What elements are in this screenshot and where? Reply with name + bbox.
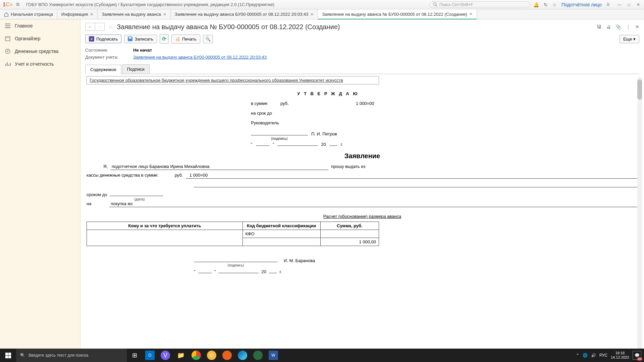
magnifier-icon: 🔍 (205, 37, 211, 42)
user-label[interactable]: Подотчётное лицо (561, 2, 602, 7)
svg-line-1 (436, 5, 437, 6)
sidebar-item-main[interactable]: Главное (0, 19, 80, 32)
tab-label: Заявления на выдачу аванса (102, 12, 161, 17)
outlook-icon[interactable]: O (145, 351, 155, 360)
tab-close-icon[interactable]: ✕ (90, 12, 93, 17)
sign-caption: (подпись) (251, 136, 308, 140)
notification-badge: 20 (637, 357, 642, 361)
table-row: Кому и за что требуется уплатить Код бюд… (87, 222, 379, 230)
year-label2: 20 (261, 269, 266, 274)
doc-link[interactable]: Заявление на выдачу аванса БУ00-000005 о… (133, 55, 267, 60)
refresh-button[interactable]: ⟳ (160, 34, 169, 44)
nav-back-icon[interactable]: ← (86, 23, 95, 31)
save-button[interactable]: Записать (124, 35, 157, 43)
close-page-icon[interactable]: ✕ (635, 24, 639, 29)
on-label: на (87, 201, 107, 206)
favorite-star-icon[interactable]: ☆ (108, 23, 113, 31)
tray-up-icon[interactable]: ⌃ (576, 353, 579, 358)
sign-button[interactable]: ✦ Подписать (85, 35, 121, 43)
nav-forward-icon[interactable]: → (95, 23, 104, 31)
ruble-icon: ₽ (5, 48, 11, 54)
signer-name: И. М. Баранова (284, 258, 315, 263)
print-icon[interactable]: 🖨 (606, 24, 611, 29)
toolbar: ✦ Подписать Записать ⟳ 🖨 Печать 🔍 Еще ▾ (80, 33, 644, 46)
sidebar-item-label: Денежные средства (15, 49, 58, 54)
tab-close-icon[interactable]: ✕ (469, 12, 473, 16)
purpose-row: на покупка мз (87, 201, 638, 207)
attach-icon[interactable]: 📎 (615, 24, 621, 29)
global-search-input[interactable]: Поиск Ctrl+Shift+F (429, 1, 530, 8)
inner-tab-signs[interactable]: Подписи (122, 64, 150, 74)
notifications-icon[interactable]: 💬20 (633, 351, 641, 360)
state-label: Состояние: (85, 48, 127, 53)
scrollbar-thumb[interactable] (637, 79, 642, 100)
close-icon[interactable]: ✕ (635, 2, 641, 7)
doc-heading: Заявление (87, 152, 638, 160)
time: 18:18 (611, 351, 629, 355)
refresh-icon: ⟳ (162, 36, 166, 42)
stamp-icon: ✦ (89, 36, 94, 42)
edge-icon[interactable] (238, 351, 247, 360)
burger-menu-icon[interactable]: ≡ (16, 1, 23, 8)
clock[interactable]: 18:18 14.12.2022 (611, 351, 629, 360)
tab-home[interactable]: Начальная страница (0, 9, 57, 19)
windows-logo-icon (5, 353, 11, 358)
app-icon[interactable] (222, 351, 232, 360)
bell-icon[interactable]: 🔔 (533, 2, 539, 7)
more-button[interactable]: Еще ▾ (620, 35, 639, 43)
sidebar-item-report[interactable]: Учет и отчетность (0, 58, 80, 70)
network-icon[interactable]: 🌐 (583, 353, 588, 358)
tab-label: Начальная страница (11, 12, 53, 17)
speaker-icon[interactable]: 🔊 (591, 353, 596, 358)
td-code: КФО (243, 230, 320, 238)
purpose-field: покупка мз (109, 201, 638, 207)
viber-icon[interactable]: V (161, 351, 170, 360)
blank-line (194, 181, 638, 187)
nav-buttons: ← → (85, 23, 105, 31)
save-icon[interactable]: 🖫 (597, 24, 601, 29)
button-label: Записать (135, 37, 153, 42)
org-name[interactable]: Государственное образовательное бюджетно… (87, 76, 379, 84)
search-doc-button[interactable]: 🔍 (203, 35, 213, 43)
sidebar-item-organizer[interactable]: Органайзер (0, 32, 80, 45)
tab-close-icon[interactable]: ✕ (310, 12, 314, 17)
home-icon (4, 12, 9, 17)
scrollbar[interactable] (637, 77, 642, 359)
system-tray: ⌃ 🌐 🔊 РУС 18:18 14.12.2022 💬20 (576, 349, 644, 362)
task-view-icon[interactable]: ⊞ (127, 349, 142, 362)
language-indicator[interactable]: РУС (599, 353, 607, 358)
head-name: П. И. Петров (311, 131, 337, 136)
minimize-icon[interactable]: — (616, 2, 623, 7)
date: 14.12.2022 (611, 355, 629, 360)
print-button[interactable]: 🖨 Печать (171, 35, 200, 44)
start-button[interactable] (0, 349, 16, 362)
kebab-icon[interactable]: ⋮ (626, 24, 631, 29)
menu-caret-icon[interactable]: ☰ (606, 2, 610, 7)
rub-label: руб. (280, 101, 289, 106)
sidebar-item-label: Главное (15, 23, 33, 28)
tab-info[interactable]: Информация ✕ (57, 9, 98, 19)
approve-title: У Т В Е Р Ж Д А Ю (284, 91, 372, 96)
tab-application-create[interactable]: Заявление на выдачу аванса № БУ00-000005… (318, 9, 477, 19)
sidebar-item-money[interactable]: ₽ Денежные средства (0, 45, 80, 58)
history-icon[interactable]: ↻ (544, 2, 548, 7)
star-icon[interactable]: ☆ (552, 2, 557, 7)
tab-application-doc[interactable]: Заявление на выдачу аванса БУ00-000005 о… (171, 9, 318, 19)
1c-icon[interactable]: 1C (207, 351, 216, 360)
word-icon[interactable]: W (269, 351, 278, 360)
taskbar-search[interactable]: 🔍 Введите здесь текст для поиска (16, 349, 127, 362)
year-label: 20 (321, 142, 326, 147)
titlebar: 1С≡ ≡ ГОБУ ВПО Университет искусств (Суб… (0, 0, 644, 9)
inner-tab-content[interactable]: Содержимое (85, 65, 121, 74)
td-empty (243, 238, 320, 246)
explorer-icon[interactable]: 📁 (173, 349, 189, 362)
button-label: Подписать (96, 37, 118, 42)
search-placeholder: Поиск Ctrl+Shift+F (439, 2, 473, 7)
maximize-icon[interactable]: □ (626, 2, 632, 7)
tab-applications[interactable]: Заявления на выдачу аванса ✕ (98, 9, 170, 19)
page-title: Заявление на выдачу аванса № БУ00-000005… (117, 23, 340, 31)
chrome2-icon[interactable] (253, 351, 263, 360)
bottom-sign-block: И. М. Баранова (подпись) "" 20 г. (87, 256, 638, 274)
chrome-icon[interactable] (192, 351, 201, 360)
tab-close-icon[interactable]: ✕ (163, 12, 166, 17)
